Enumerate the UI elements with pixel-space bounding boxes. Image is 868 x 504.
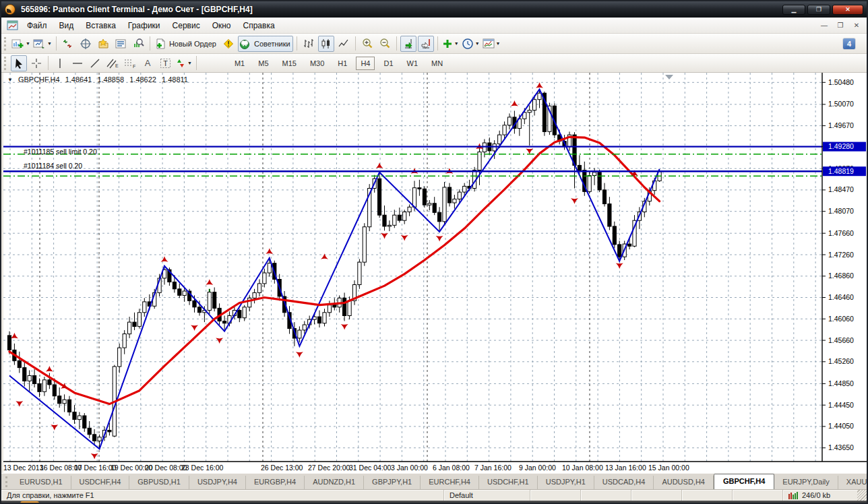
svg-text:13 Jan 16:00: 13 Jan 16:00 (605, 464, 646, 472)
chart-panel: ▼ GBPCHF,H4 1.48641 1.48858 1.48622 1.48… (3, 73, 867, 473)
tab-audusd-h4[interactable]: AUDUSD,H4 (654, 476, 714, 489)
menu-окно[interactable]: Окно (206, 19, 237, 32)
tab-eurjpy-daily[interactable]: EURJPY,Daily (774, 476, 838, 489)
cursor-tool-button[interactable] (11, 55, 27, 71)
navigator-button[interactable] (95, 36, 111, 52)
zoom-in-button[interactable] (359, 36, 375, 52)
timeframe-h1[interactable]: H1 (333, 57, 352, 70)
tab-gbpchf-h4[interactable]: GBPCHF,H4 (714, 474, 774, 489)
timeframe-w1[interactable]: W1 (402, 57, 423, 70)
vertical-line-tool-button[interactable] (52, 55, 68, 71)
zoom-out-button[interactable] (377, 36, 393, 52)
child-close-button[interactable]: ✕ (849, 20, 864, 31)
svg-text:23 Dec 16:00: 23 Dec 16:00 (181, 464, 224, 472)
strategy-tester-button[interactable] (130, 36, 146, 52)
menu-графики[interactable]: Графики (122, 19, 166, 32)
tab-usdjpy-h4[interactable]: USDJPY,H4 (189, 476, 246, 489)
tab-eurgbp-h4[interactable]: EURGBP,H4 (246, 476, 305, 489)
status-bar: Для справки, нажмите F1 Default 246/0 kb (1, 489, 867, 501)
tab-eurchf-h4[interactable]: EURCHF,H4 (421, 476, 479, 489)
expert-advisors-button[interactable]: Советники (238, 36, 293, 52)
chart-shift-button[interactable] (418, 36, 434, 52)
timeframe-h4[interactable]: H4 (356, 57, 375, 70)
chevron-down-icon: ▼ (475, 41, 480, 46)
timeframe-mn[interactable]: MN (427, 57, 447, 70)
taskbar-item (20, 501, 39, 504)
menu-items: ФайлВидВставкаГрафикиСервисОкноСправка (21, 21, 281, 30)
tab-usdchf-h4[interactable]: USDCHF,H4 (71, 476, 130, 489)
tab-gbpusd-h1[interactable]: GBPUSD,H1 (129, 476, 189, 489)
timeframe-m30[interactable]: M30 (305, 57, 329, 70)
timeframe-m15[interactable]: M15 (278, 57, 301, 70)
resize-grip[interactable] (857, 490, 867, 501)
tab-gbpjpy-h1[interactable]: GBPJPY,H1 (364, 476, 421, 489)
templates-button[interactable]: ▼ (482, 36, 501, 52)
close-button[interactable]: ✕ (832, 5, 863, 15)
menu-сервис[interactable]: Сервис (166, 19, 206, 32)
toolbar-grip[interactable] (4, 37, 7, 51)
periods-button[interactable]: ▼ (461, 36, 480, 52)
tab-xauusd-h4[interactable]: XAUUSD,H4 (838, 476, 868, 489)
svg-text:!: ! (227, 40, 229, 48)
text-label-tool-button[interactable]: T (157, 55, 173, 71)
terminal-button[interactable] (113, 36, 129, 52)
svg-text:9 Jan 00:00: 9 Jan 00:00 (519, 464, 556, 472)
svg-text:1.47660: 1.47660 (828, 229, 854, 237)
indicators-button[interactable]: ▼ (441, 36, 460, 52)
tab-audnzd-h1[interactable]: AUDNZD,H1 (305, 476, 364, 489)
candlestick-chart-button[interactable] (318, 36, 334, 52)
chart-close-value: 1.48811 (162, 75, 188, 84)
tab-usdchf-h1[interactable]: USDCHF,H1 (479, 476, 538, 489)
svg-text:1.45260: 1.45260 (828, 357, 854, 365)
tab-usdjpy-h1[interactable]: USDJPY,H1 (538, 476, 594, 489)
status-empty-cell (682, 490, 733, 501)
chart-high-value: 1.48858 (97, 75, 124, 84)
new-chart-button[interactable]: ▼ (11, 36, 31, 52)
svg-text:7 Jan 16:00: 7 Jan 16:00 (474, 464, 512, 472)
horizontal-line-tool-button[interactable] (69, 55, 86, 71)
profiles-button[interactable]: ▼ (32, 36, 53, 52)
auto-scroll-button[interactable] (400, 36, 416, 52)
status-profile[interactable]: Default (444, 490, 530, 501)
trendline-tool-button[interactable] (87, 55, 103, 71)
child-minimize-button[interactable]: — (817, 20, 832, 31)
line-chart-button[interactable] (336, 36, 352, 52)
new-order-button[interactable]: Новый Ордер (154, 36, 219, 52)
toolbar-grip[interactable] (4, 57, 7, 70)
minimize-button[interactable]: ▁ (782, 5, 805, 15)
text-tool-button[interactable]: A (140, 55, 156, 71)
menu-вид[interactable]: Вид (53, 19, 80, 32)
svg-text:1.46860: 1.46860 (828, 272, 854, 280)
chart-dropdown-icon[interactable]: ▼ (7, 77, 13, 84)
menu-вставка[interactable]: Вставка (80, 19, 122, 32)
mql-community-badge[interactable]: 4 (842, 38, 856, 50)
bar-chart-button[interactable] (301, 36, 317, 52)
status-connection: 246/0 kb (783, 490, 857, 501)
tab-eurusd-h1[interactable]: EURUSD,H1 (11, 476, 71, 489)
timeframe-d1[interactable]: D1 (379, 57, 398, 70)
timeframe-m1[interactable]: M1 (230, 57, 249, 70)
timeframe-m5[interactable]: M5 (253, 57, 273, 70)
chevron-down-icon: ▼ (496, 41, 501, 46)
app-logo-icon (5, 4, 16, 15)
title-bar: 565896: Panteon Client Terminal - Демо С… (1, 1, 867, 18)
chart-canvas[interactable]: #1011185 sell limit 0.20#1011184 sell 0.… (3, 73, 867, 473)
restore-button[interactable]: ❐ (807, 5, 830, 15)
status-empty-cell (581, 490, 631, 501)
metaeditor-warning-button[interactable]: ! (220, 36, 237, 52)
menu-файл[interactable]: Файл (21, 19, 53, 32)
crosshair-tool-button[interactable] (28, 55, 44, 71)
market-watch-button[interactable] (60, 36, 76, 52)
equidistant-channel-tool-button[interactable]: E (104, 55, 121, 71)
child-restore-button[interactable]: ❐ (833, 20, 848, 31)
fibonacci-tool-button[interactable]: F (122, 55, 138, 71)
chevron-down-icon: ▼ (47, 41, 52, 46)
tab-usdcad-h4[interactable]: USDCAD,H4 (594, 476, 654, 489)
tabbar-grip (5, 476, 7, 487)
arrows-tool-button[interactable]: ▼ (175, 55, 193, 71)
menu-справка[interactable]: Справка (237, 19, 281, 32)
status-help-text: Для справки, нажмите F1 (1, 490, 444, 501)
data-window-button[interactable] (78, 36, 94, 52)
svg-text:3 Jan 00:00: 3 Jan 00:00 (391, 464, 428, 472)
chart-ohlc-header: ▼ GBPCHF,H4 1.48641 1.48858 1.48622 1.48… (7, 75, 188, 84)
